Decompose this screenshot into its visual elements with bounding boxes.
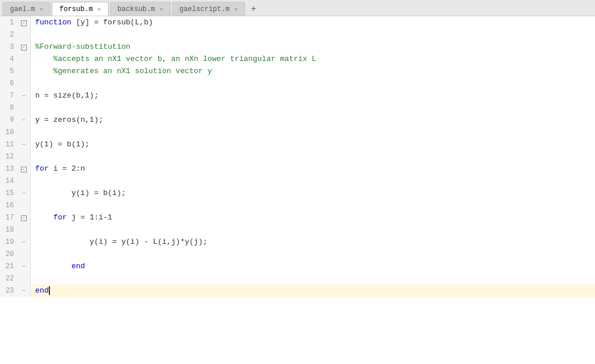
code-token: j = 1:i-1 <box>67 213 112 222</box>
code-line[interactable]: %accepts an nX1 vector b, an nXn lower t… <box>30 53 595 65</box>
table-row: 19− y(i) = y(i) - L(i,j)*y(j); <box>0 236 595 248</box>
table-row: 13-for i = 2:n <box>0 163 595 175</box>
fold-marker: − <box>17 236 30 248</box>
table-row: 16 <box>0 199 595 211</box>
line-number: 7 <box>0 89 17 102</box>
line-number: 12 <box>0 150 17 163</box>
code-line[interactable] <box>30 199 595 211</box>
code-line[interactable] <box>30 28 595 41</box>
table-row: 2 <box>0 28 595 41</box>
fold-marker <box>17 199 30 211</box>
fold-marker <box>17 272 30 284</box>
tab-label: backsub.m <box>117 5 155 13</box>
line-number: 14 <box>0 175 17 187</box>
tab-close-gaelscript[interactable]: ✕ <box>233 6 239 13</box>
line-number: 8 <box>0 102 17 114</box>
code-line[interactable]: y = zeros(n,1); <box>30 114 595 126</box>
table-row: 14 <box>0 175 595 187</box>
code-line[interactable] <box>30 175 595 187</box>
line-number: 19 <box>0 236 17 248</box>
line-number: 9 <box>0 114 17 126</box>
fold-marker[interactable]: - <box>17 16 30 28</box>
code-line[interactable]: function [y] = forsub(L,b) <box>30 16 595 28</box>
code-line[interactable]: %generates an nX1 solution vector y <box>30 65 595 77</box>
code-line[interactable]: %Forward-substitution <box>30 41 595 53</box>
code-line[interactable]: y(i) = y(i) - L(i,j)*y(j); <box>30 236 595 248</box>
tab-forsub[interactable]: forsub.m✕ <box>52 2 109 16</box>
fold-marker <box>17 28 30 41</box>
fold-marker <box>17 102 30 114</box>
table-row: 22 <box>0 272 595 284</box>
code-line[interactable] <box>30 77 595 89</box>
code-line[interactable]: y(1) = b(1); <box>30 138 595 150</box>
tab-gaelscript[interactable]: gaelscript.m✕ <box>172 2 245 16</box>
code-line[interactable] <box>30 248 595 260</box>
table-row: 18 <box>0 224 595 236</box>
code-line[interactable] <box>30 272 595 284</box>
line-number: 21 <box>0 260 17 272</box>
comment: %Forward-substitution <box>35 42 131 51</box>
line-number: 1 <box>0 16 17 28</box>
code-line[interactable]: n = size(b,1); <box>30 89 595 102</box>
table-row: 5 %generates an nX1 solution vector y <box>0 65 595 77</box>
fold-marker[interactable]: - <box>17 211 30 224</box>
tab-bar: gael.m✕forsub.m✕backsub.m✕gaelscript.m✕+ <box>0 0 595 16</box>
table-row: 9−y = zeros(n,1); <box>0 114 595 126</box>
table-row: 15− y(i) = b(i); <box>0 187 595 199</box>
code-line[interactable] <box>30 126 595 138</box>
fold-marker <box>17 224 30 236</box>
fold-marker: − <box>17 138 30 150</box>
table-row: 21− end <box>0 260 595 272</box>
line-number: 15 <box>0 187 17 199</box>
tab-label: gaelscript.m <box>180 5 230 13</box>
keyword: for <box>53 213 67 222</box>
table-row: 7−n = size(b,1); <box>0 89 595 102</box>
code-token: y = zeros(n,1); <box>35 116 103 124</box>
tab-gael[interactable]: gael.m✕ <box>2 2 51 16</box>
line-number: 11 <box>0 138 17 150</box>
code-line[interactable] <box>30 150 595 163</box>
code-token: y(i) = b(i); <box>71 189 126 197</box>
line-number: 20 <box>0 248 17 260</box>
line-number: 6 <box>0 77 17 89</box>
tab-close-forsub[interactable]: ✕ <box>96 6 102 13</box>
line-number: 13 <box>0 163 17 175</box>
tab-close-backsub[interactable]: ✕ <box>159 6 164 13</box>
table-row: 10 <box>0 126 595 138</box>
code-line[interactable]: for j = 1:i-1 <box>30 211 595 224</box>
code-line[interactable] <box>30 102 595 114</box>
fold-marker <box>17 126 30 138</box>
keyword: function <box>35 18 71 27</box>
keyword: end <box>71 262 85 271</box>
line-number: 2 <box>0 28 17 41</box>
fold-marker[interactable]: - <box>17 163 30 175</box>
tab-backsub[interactable]: backsub.m✕ <box>110 2 171 16</box>
line-number: 17 <box>0 211 17 224</box>
code-line[interactable]: end <box>30 260 595 272</box>
line-number: 10 <box>0 126 17 138</box>
line-number: 5 <box>0 65 17 77</box>
code-token: [y] = forsub(L,b) <box>71 18 153 27</box>
code-token: n = size(b,1); <box>35 91 99 100</box>
fold-marker <box>17 175 30 187</box>
code-line[interactable]: end <box>30 284 595 297</box>
tab-label: gael.m <box>10 5 35 13</box>
table-row: 12 <box>0 150 595 163</box>
table-row: 23−end <box>0 284 595 297</box>
line-number: 23 <box>0 284 17 297</box>
code-line[interactable] <box>30 224 595 236</box>
fold-marker <box>17 77 30 89</box>
editor: 1-function [y] = forsub(L,b)23-%Forward-… <box>0 16 595 364</box>
comment: %accepts an nX1 vector b, an nXn lower t… <box>53 55 316 63</box>
fold-marker: − <box>17 284 30 297</box>
tab-add-button[interactable]: + <box>246 2 260 16</box>
code-token: y(i) = y(i) - L(i,j)*y(j); <box>89 237 207 246</box>
fold-marker <box>17 53 30 65</box>
keyword: end <box>35 286 49 295</box>
fold-marker[interactable]: - <box>17 41 30 53</box>
code-line[interactable]: for i = 2:n <box>30 163 595 175</box>
tab-close-gael[interactable]: ✕ <box>38 6 44 13</box>
table-row: 17- for j = 1:i-1 <box>0 211 595 224</box>
code-line[interactable]: y(i) = b(i); <box>30 187 595 199</box>
code-token: i = 2:n <box>49 164 85 173</box>
